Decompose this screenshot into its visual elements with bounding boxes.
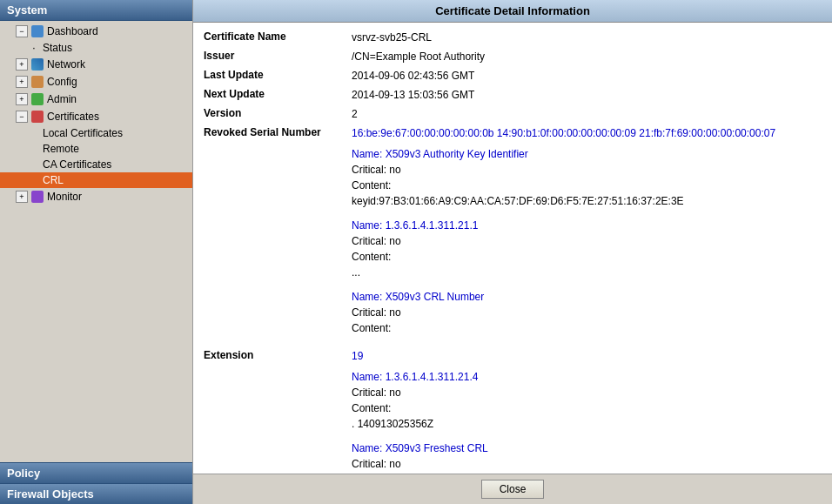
ext-block-2: Name: 1.3.6.1.4.1.311.21.1 Critical: no … bbox=[352, 218, 822, 280]
ext-block-3: Name: X509v3 CRL Number Critical: no Con… bbox=[352, 289, 822, 336]
row-revoked-serial: Revoked Serial Number 16:be:9e:67:00:00:… bbox=[204, 125, 822, 345]
sidebar-item-dashboard[interactable]: − Dashboard bbox=[0, 23, 192, 40]
ext1-name: Name: X509v3 Authority Key Identifier bbox=[352, 146, 822, 162]
sidebar-label-local-certs: Local Certificates bbox=[43, 127, 123, 139]
sidebar-label-admin: Admin bbox=[47, 93, 77, 105]
expand-config[interactable]: + bbox=[16, 76, 28, 88]
row-cert-name: Certificate Name vsrvz-svb25-CRL bbox=[204, 30, 822, 45]
ext1-content-label: Content: bbox=[352, 178, 822, 193]
value-revoked-serial: 16:be:9e:67:00:00:00:00:00:0b 14:90:b1:0… bbox=[352, 125, 822, 345]
detail-table: Certificate Name vsrvz-svb25-CRL Issuer … bbox=[193, 23, 832, 474]
ext2-content-label: Content: bbox=[352, 249, 822, 265]
sidebar-label-status: Status bbox=[43, 42, 72, 54]
ext-block-4: Name: 1.3.6.1.4.1.311.21.4 Critical: no … bbox=[352, 369, 822, 432]
firewall-objects-section[interactable]: Firewall Objects bbox=[0, 483, 192, 504]
ext4-name: Name: 1.3.6.1.4.1.311.21.4 bbox=[352, 369, 822, 385]
sidebar-label-ca-certs: CA Certificates bbox=[43, 158, 111, 171]
sidebar: System − Dashboard · Status + Network + … bbox=[0, 0, 193, 504]
label-issuer: Issuer bbox=[204, 49, 352, 62]
sidebar-label-remote: Remote bbox=[43, 143, 79, 155]
monitor-icon bbox=[30, 190, 44, 204]
label-last-update: Last Update bbox=[204, 68, 352, 81]
sidebar-item-status[interactable]: · Status bbox=[0, 40, 192, 56]
value-issuer: /CN=Example Root Authority bbox=[352, 49, 822, 64]
label-revoked-serial: Revoked Serial Number bbox=[204, 125, 352, 138]
admin-icon bbox=[30, 92, 44, 106]
expand-certificates[interactable]: − bbox=[16, 111, 28, 123]
sidebar-item-network[interactable]: + Network bbox=[0, 56, 192, 73]
value-extension: 19 Name: 1.3.6.1.4.1.311.21.4 Critical: … bbox=[352, 348, 822, 474]
ext2-name: Name: 1.3.6.1.4.1.311.21.1 bbox=[352, 218, 822, 233]
ext5-critical: Critical: no bbox=[352, 456, 822, 472]
cert-icon bbox=[30, 110, 44, 124]
sidebar-item-monitor[interactable]: + Monitor bbox=[0, 188, 192, 205]
ext3-content-label: Content: bbox=[352, 320, 822, 336]
ext1-content-value: keyid:97:B3:01:66:A9:C9:AA:CA:57:DF:69:D… bbox=[352, 193, 822, 209]
ext4-critical: Critical: no bbox=[352, 385, 822, 400]
sidebar-content: − Dashboard · Status + Network + Config … bbox=[0, 21, 192, 462]
expand-network[interactable]: + bbox=[16, 58, 28, 71]
sidebar-header: System bbox=[0, 0, 192, 21]
sidebar-item-remote[interactable]: Remote bbox=[0, 141, 192, 157]
row-next-update: Next Update 2014-09-13 15:03:56 GMT bbox=[204, 87, 822, 103]
label-version: Version bbox=[204, 106, 352, 119]
ext2-content-value: ... bbox=[352, 265, 822, 280]
label-cert-name: Certificate Name bbox=[204, 30, 352, 43]
ext1-critical: Critical: no bbox=[352, 162, 822, 178]
row-extension: Extension 19 Name: 1.3.6.1.4.1.311.21.4 … bbox=[204, 348, 822, 474]
ext4-content-label: Content: bbox=[352, 400, 822, 416]
footer-bar: Close bbox=[193, 474, 832, 504]
revoked-serial-line1: 16:be:9e:67:00:00:00:00:00:0b 14:90:b1:0… bbox=[352, 125, 822, 141]
ext-block-1: Name: X509v3 Authority Key Identifier Cr… bbox=[352, 146, 822, 209]
value-version: 2 bbox=[352, 106, 822, 122]
config-icon bbox=[30, 75, 44, 89]
sidebar-label-dashboard: Dashboard bbox=[47, 25, 98, 37]
ext4-content-value: . 140913025356Z bbox=[352, 416, 822, 432]
row-last-update: Last Update 2014-09-06 02:43:56 GMT bbox=[204, 68, 822, 84]
sidebar-item-admin[interactable]: + Admin bbox=[0, 91, 192, 108]
sidebar-item-config[interactable]: + Config bbox=[0, 73, 192, 91]
label-extension: Extension bbox=[204, 348, 352, 361]
ext-block-5: Name: X509v3 Freshest CRL Critical: no C… bbox=[352, 440, 822, 474]
bullet-status: · bbox=[28, 42, 40, 54]
ext3-critical: Critical: no bbox=[352, 305, 822, 320]
network-icon bbox=[30, 57, 44, 71]
sidebar-label-config: Config bbox=[47, 76, 77, 88]
main-content: Certificate Detail Information Certifica… bbox=[193, 0, 832, 504]
ext2-critical: Critical: no bbox=[352, 233, 822, 249]
dashboard-icon bbox=[30, 24, 44, 38]
sidebar-label-crl: CRL bbox=[43, 174, 64, 186]
sidebar-item-ca-certs[interactable]: CA Certificates bbox=[0, 157, 192, 172]
sidebar-label-certificates: Certificates bbox=[47, 111, 99, 123]
expand-admin[interactable]: + bbox=[16, 93, 28, 105]
close-button[interactable]: Close bbox=[481, 480, 545, 499]
value-next-update: 2014-09-13 15:03:56 GMT bbox=[352, 87, 822, 103]
sidebar-item-crl[interactable]: CRL bbox=[0, 172, 192, 188]
label-next-update: Next Update bbox=[204, 87, 352, 100]
policy-section[interactable]: Policy bbox=[0, 462, 192, 483]
main-title: Certificate Detail Information bbox=[193, 0, 832, 23]
sidebar-item-local-certs[interactable]: Local Certificates bbox=[0, 125, 192, 141]
row-version: Version 2 bbox=[204, 106, 822, 122]
extension-value-num: 19 bbox=[352, 348, 822, 364]
row-issuer: Issuer /CN=Example Root Authority bbox=[204, 49, 822, 64]
sidebar-label-network: Network bbox=[47, 58, 85, 71]
ext3-name: Name: X509v3 CRL Number bbox=[352, 289, 822, 305]
ext5-name: Name: X509v3 Freshest CRL bbox=[352, 440, 822, 456]
value-cert-name: vsrvz-svb25-CRL bbox=[352, 30, 822, 45]
expand-monitor[interactable]: + bbox=[16, 191, 28, 203]
expand-dashboard[interactable]: − bbox=[16, 25, 28, 37]
sidebar-label-monitor: Monitor bbox=[47, 191, 82, 203]
sidebar-item-certificates[interactable]: − Certificates bbox=[0, 108, 192, 125]
value-last-update: 2014-09-06 02:43:56 GMT bbox=[352, 68, 822, 84]
